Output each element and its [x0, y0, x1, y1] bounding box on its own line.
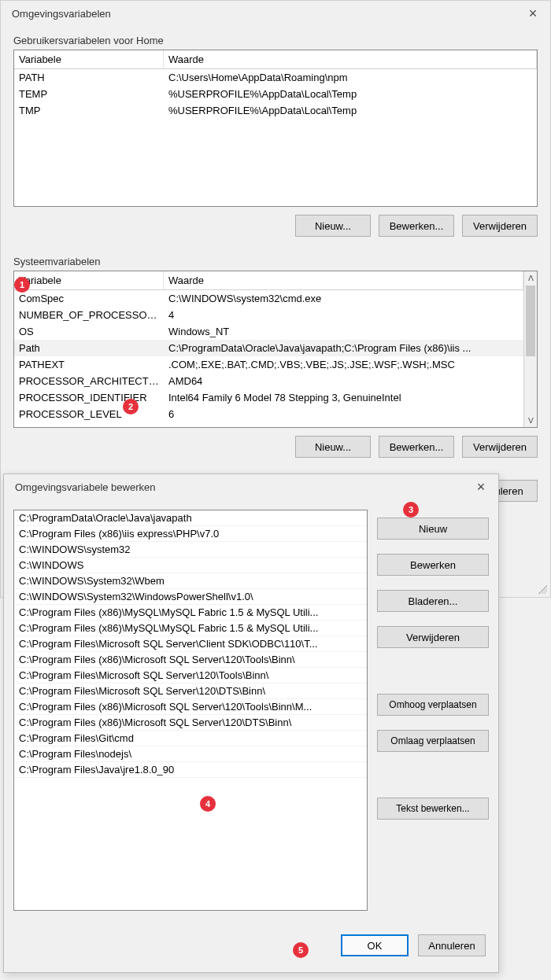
cell-val: C:\ProgramData\Oracle\Java\javapath;C:\P… — [164, 341, 523, 356]
cell-val: .COM;.EXE;.BAT;.CMD;.VBS;.VBE;.JS;.JSE;.… — [164, 357, 523, 372]
table-row[interactable]: OSWindows_NT — [14, 323, 523, 340]
col-variable[interactable]: Variabele — [14, 50, 164, 68]
list-item[interactable]: C:\Program Files (x86)\Microsoft SQL Ser… — [14, 699, 367, 715]
list-item[interactable]: C:\WINDOWS\system32 — [14, 542, 367, 558]
cell-var: TEMP — [14, 87, 164, 101]
edit-footer-buttons: OK Annuleren — [4, 925, 498, 966]
system-vars-buttons: Nieuw... Bewerken... Verwijderen — [13, 436, 538, 458]
user-new-button[interactable]: Nieuw... — [295, 215, 371, 237]
user-vars-label: Gebruikersvariabelen voor Home — [13, 35, 538, 46]
table-row[interactable]: PROCESSOR_LEVEL6 — [14, 406, 523, 422]
move-up-button[interactable]: Omhoog verplaatsen — [377, 694, 489, 716]
col-value[interactable]: Waarde — [164, 50, 537, 68]
edit-browse-button[interactable]: Bladeren... — [377, 590, 489, 612]
cell-val: Intel64 Family 6 Model 78 Stepping 3, Ge… — [164, 390, 523, 405]
dialog-titlebar: Omgevingsvariabelen × — [1, 1, 550, 27]
table-row[interactable]: PROCESSOR_ARCHITECTUREAMD64 — [14, 373, 523, 389]
table-row[interactable]: PATHEXT.COM;.EXE;.BAT;.CMD;.VBS;.VBE;.JS… — [14, 356, 523, 373]
user-vars-buttons: Nieuw... Bewerken... Verwijderen — [13, 215, 538, 237]
user-vars-header: Variabele Waarde — [14, 50, 537, 69]
table-row[interactable]: TEMP%USERPROFILE%\AppData\Local\Temp — [14, 86, 537, 102]
cell-var: NUMBER_OF_PROCESSORS — [14, 308, 164, 322]
cell-var: Path — [14, 341, 164, 356]
list-item[interactable]: C:\Program Files\Microsoft SQL Server\12… — [14, 683, 367, 699]
list-item[interactable]: C:\Program Files (x86)\Microsoft SQL Ser… — [14, 715, 367, 731]
list-item[interactable]: C:\ProgramData\Oracle\Java\javapath — [14, 510, 367, 526]
list-item[interactable]: C:\WINDOWS — [14, 558, 367, 573]
edit-ok-button[interactable]: OK — [341, 934, 409, 956]
cell-val: C:\Users\Home\AppData\Roaming\npm — [164, 70, 537, 85]
user-vars-table[interactable]: Variabele Waarde PATHC:\Users\Home\AppDa… — [13, 50, 538, 207]
edit-delete-button[interactable]: Verwijderen — [377, 626, 489, 648]
cell-val: 4 — [164, 308, 523, 322]
sys-delete-button[interactable]: Verwijderen — [462, 436, 538, 458]
cell-val: AMD64 — [164, 374, 523, 389]
cell-val: 6 — [164, 407, 523, 422]
move-down-button[interactable]: Omlaag verplaatsen — [377, 730, 489, 752]
cell-var: TMP — [14, 103, 164, 118]
edit-dialog-title: Omgevingsvariabele bewerken — [15, 481, 155, 493]
scroll-thumb[interactable] — [526, 286, 535, 356]
table-row[interactable]: ComSpecC:\WINDOWS\system32\cmd.exe — [14, 290, 523, 307]
col-variable[interactable]: Variabele — [14, 271, 164, 289]
sys-new-button[interactable]: Nieuw... — [295, 436, 371, 458]
system-vars-group: Systeemvariabelen Variabele Waarde ComSp… — [13, 256, 538, 428]
user-edit-button[interactable]: Bewerken... — [379, 215, 454, 237]
edit-env-var-dialog: Omgevingsvariabele bewerken × C:\Program… — [3, 473, 499, 973]
list-item[interactable]: C:\Program Files (x86)\MySQL\MySQL Fabri… — [14, 605, 367, 621]
user-delete-button[interactable]: Verwijderen — [462, 215, 538, 237]
table-row[interactable]: PathC:\ProgramData\Oracle\Java\javapath;… — [14, 340, 523, 356]
system-vars-table[interactable]: Variabele Waarde ComSpecC:\WINDOWS\syste… — [13, 271, 538, 428]
scroll-up-icon[interactable]: ᐱ — [524, 271, 537, 285]
list-item[interactable]: C:\Program Files\nodejs\ — [14, 746, 367, 762]
table-row[interactable]: TMP%USERPROFILE%\AppData\Local\Temp — [14, 102, 537, 119]
cell-var: PATHEXT — [14, 357, 164, 372]
cell-var: ComSpec — [14, 291, 164, 306]
table-row[interactable]: NUMBER_OF_PROCESSORS4 — [14, 307, 523, 323]
list-item[interactable]: C:\Program Files\Git\cmd — [14, 731, 367, 746]
resize-grip-icon[interactable] — [536, 583, 547, 594]
system-vars-label: Systeemvariabelen — [13, 256, 538, 267]
list-item[interactable]: C:\WINDOWS\System32\Wbem — [14, 573, 367, 589]
cell-val: Windows_NT — [164, 324, 523, 339]
edit-cancel-button[interactable]: Annuleren — [418, 934, 486, 956]
sys-edit-button[interactable]: Bewerken... — [379, 436, 454, 458]
cell-var: PROCESSOR_IDENTIFIER — [14, 390, 164, 405]
scroll-down-icon[interactable]: ᐯ — [524, 414, 537, 427]
cell-var: PROCESSOR_ARCHITECTURE — [14, 374, 164, 389]
path-entries-list[interactable]: C:\ProgramData\Oracle\Java\javapathC:\Pr… — [13, 510, 368, 911]
cell-val: C:\WINDOWS\system32\cmd.exe — [164, 291, 523, 306]
cell-var: OS — [14, 324, 164, 339]
list-item[interactable]: C:\Program Files\Java\jre1.8.0_90 — [14, 762, 367, 778]
list-item[interactable]: C:\Program Files (x86)\iis express\PHP\v… — [14, 526, 367, 542]
edit-edit-button[interactable]: Bewerken — [377, 554, 489, 576]
edit-new-button[interactable]: Nieuw — [377, 518, 489, 540]
system-vars-header: Variabele Waarde — [14, 271, 537, 290]
close-icon[interactable]: × — [523, 6, 542, 22]
edit-side-buttons: Nieuw Bewerken Bladeren... Verwijderen O… — [377, 510, 489, 925]
list-item[interactable]: C:\Program Files (x86)\Microsoft SQL Ser… — [14, 652, 367, 668]
list-item[interactable]: C:\Program Files\Microsoft SQL Server\12… — [14, 668, 367, 683]
cell-var: PATH — [14, 70, 164, 85]
list-item[interactable]: C:\Program Files\Microsoft SQL Server\Cl… — [14, 636, 367, 652]
cell-var: PROCESSOR_LEVEL — [14, 407, 164, 422]
cell-val: %USERPROFILE%\AppData\Local\Temp — [164, 87, 537, 101]
close-icon[interactable]: × — [471, 479, 490, 496]
user-vars-group: Gebruikersvariabelen voor Home Variabele… — [13, 35, 538, 207]
table-row[interactable]: PATHC:\Users\Home\AppData\Roaming\npm — [14, 69, 537, 86]
dialog-title: Omgevingsvariabelen — [12, 8, 111, 20]
list-item[interactable]: C:\WINDOWS\System32\WindowsPowerShell\v1… — [14, 589, 367, 605]
col-value[interactable]: Waarde — [164, 271, 523, 289]
edit-text-button[interactable]: Tekst bewerken... — [377, 798, 489, 820]
edit-dialog-titlebar: Omgevingsvariabele bewerken × — [4, 474, 498, 500]
cell-val: %USERPROFILE%\AppData\Local\Temp — [164, 103, 537, 118]
scrollbar[interactable]: ᐱ ᐯ — [523, 271, 537, 427]
table-row[interactable]: PROCESSOR_IDENTIFIERIntel64 Family 6 Mod… — [14, 389, 523, 406]
list-item[interactable]: C:\Program Files (x86)\MySQL\MySQL Fabri… — [14, 621, 367, 636]
